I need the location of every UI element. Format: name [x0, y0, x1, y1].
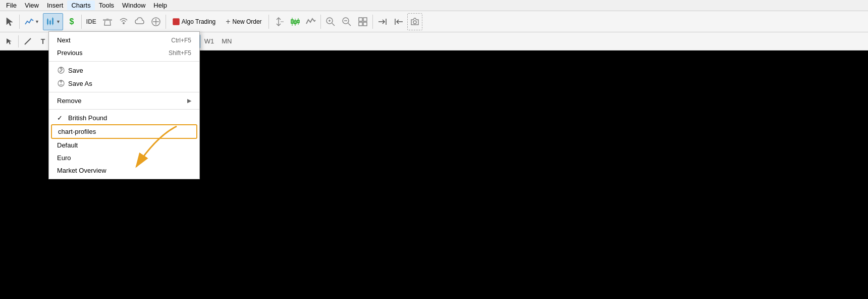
signal-btn[interactable]: [116, 13, 131, 30]
british-pound-label: British Pound: [68, 114, 107, 122]
shopping-bag-btn[interactable]: [100, 13, 115, 30]
sep5: [320, 15, 321, 29]
menu-view[interactable]: View: [21, 1, 43, 10]
vertical-arrows-btn[interactable]: [271, 13, 286, 30]
tf-sep1: [18, 35, 19, 47]
algo-trading-label: Algo Trading: [182, 18, 215, 25]
sep3: [166, 15, 166, 29]
svg-point-7: [123, 22, 125, 24]
svg-line-23: [332, 23, 335, 26]
arrow-tool-btn[interactable]: [2, 34, 16, 48]
svg-rect-30: [363, 22, 367, 26]
previous-shortcut: Shift+F5: [169, 49, 191, 57]
save-as-label: Save As: [68, 80, 92, 87]
expand-right-btn[interactable]: [375, 13, 390, 30]
menu-sep-3: [49, 109, 199, 110]
menu-insert[interactable]: Insert: [43, 1, 68, 10]
save-label: Save: [68, 67, 83, 74]
svg-point-35: [413, 21, 416, 24]
euro-label: Euro: [57, 154, 71, 162]
next-shortcut: Ctrl+F5: [171, 37, 191, 44]
svg-rect-27: [359, 18, 362, 21]
menu-item-previous[interactable]: Previous Shift+F5: [49, 46, 199, 59]
menu-file[interactable]: File: [2, 1, 21, 10]
menu-item-market-overview[interactable]: Market Overview: [49, 164, 199, 177]
menu-item-default[interactable]: Default: [49, 139, 199, 152]
text-tool-btn[interactable]: T: [36, 34, 50, 48]
main-toolbar: ▼ ▼ $ IDE: [0, 11, 868, 32]
previous-label: Previous: [57, 49, 83, 57]
british-pound-check: ✓: [57, 114, 65, 122]
wave-btn[interactable]: [303, 13, 318, 30]
remove-label: Remove: [57, 97, 81, 105]
dollar-btn[interactable]: $: [64, 13, 79, 30]
new-order-btn[interactable]: + New Order: [221, 13, 266, 30]
svg-rect-6: [103, 19, 112, 21]
cloud-btn[interactable]: [132, 13, 147, 30]
sep2: [81, 15, 82, 29]
zoom-out-btn[interactable]: [339, 13, 354, 30]
expand-left-btn[interactable]: [391, 13, 406, 30]
menu-item-british-pound[interactable]: ✓ British Pound: [49, 112, 199, 124]
line-tool-btn[interactable]: [21, 34, 35, 48]
menu-item-chart-profiles[interactable]: chart-profiles: [51, 124, 197, 139]
zoom-in-btn[interactable]: [323, 13, 338, 30]
menu-sep-1: [49, 61, 199, 62]
grid-btn[interactable]: [355, 13, 370, 30]
menu-item-euro[interactable]: Euro: [49, 152, 199, 164]
svg-rect-28: [363, 18, 367, 21]
sep4: [268, 15, 269, 29]
svg-rect-11: [173, 19, 179, 25]
cursor-btn[interactable]: [2, 13, 17, 30]
menu-help[interactable]: Help: [149, 1, 171, 10]
line-chart-dropdown-btn[interactable]: ▼: [22, 13, 42, 30]
menu-item-save-as[interactable]: Save As: [49, 77, 199, 90]
next-label: Next: [57, 36, 71, 44]
ide-btn[interactable]: IDE: [84, 13, 99, 30]
menu-charts[interactable]: Charts: [67, 1, 94, 10]
svg-rect-29: [359, 22, 362, 26]
svg-line-26: [348, 23, 351, 26]
chart-profiles-label: chart-profiles: [58, 128, 96, 135]
default-label: Default: [57, 141, 78, 149]
tf-w1[interactable]: W1: [201, 34, 218, 48]
svg-line-36: [25, 38, 31, 44]
sep6: [372, 15, 373, 29]
menu-item-remove[interactable]: Remove ▶: [49, 94, 199, 107]
market-overview-label: Market Overview: [57, 167, 106, 174]
candlestick-btn[interactable]: [287, 13, 302, 30]
remove-arrow: ▶: [187, 97, 191, 104]
algo-trading-btn[interactable]: Algo Trading: [168, 13, 220, 30]
sep1: [19, 15, 20, 29]
menu-sep-2: [49, 92, 199, 92]
menu-bar: File View Insert Charts Tools Window Hel…: [0, 0, 868, 11]
menu-tools[interactable]: Tools: [95, 1, 118, 10]
menu-item-next[interactable]: Next Ctrl+F5: [49, 34, 199, 46]
bar-chart-dropdown-btn[interactable]: ▼: [43, 13, 63, 30]
menu-window[interactable]: Window: [118, 1, 149, 10]
menu-item-save[interactable]: Save: [49, 64, 199, 77]
charts-dropdown-menu: Next Ctrl+F5 Previous Shift+F5 Save: [48, 31, 200, 179]
global-plus-btn[interactable]: [148, 13, 164, 30]
new-order-label: New Order: [233, 18, 262, 25]
screenshot-btn[interactable]: [407, 13, 422, 30]
tf-mn[interactable]: MN: [218, 34, 235, 48]
